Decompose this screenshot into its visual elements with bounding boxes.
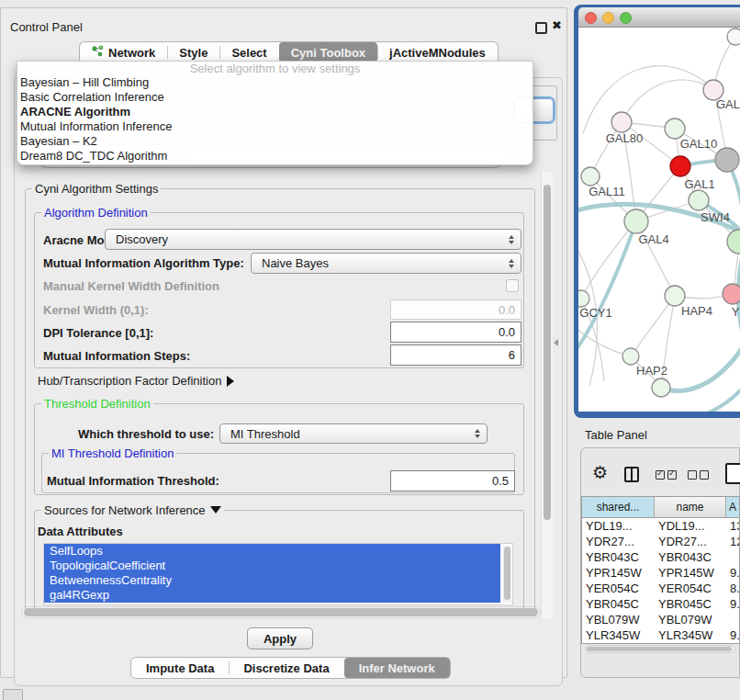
- table-row[interactable]: YBR045C YBR045C 9.: [582, 596, 739, 612]
- network-node-HAP4[interactable]: [665, 286, 685, 306]
- node-label: GAL4: [638, 232, 668, 246]
- panel-splitter-arrow[interactable]: [554, 339, 558, 346]
- control-panel-tabbar: Network Style Select Cyni Toolbox jActiv…: [79, 41, 499, 62]
- tab-select-label: Select: [231, 46, 266, 60]
- cell-name: YIL052C: [655, 643, 726, 644]
- tab-cyni-toolbox[interactable]: Cyni Toolbox: [279, 42, 377, 62]
- tab-style-label: Style: [179, 46, 207, 60]
- tab-infer-network[interactable]: Infer Network: [344, 658, 450, 678]
- sources-group-label[interactable]: Sources for Network Inference: [41, 503, 224, 517]
- network-window-titlebar[interactable]: [578, 7, 740, 28]
- cell-shared-name: YBR045C: [582, 596, 655, 612]
- deselect-all-columns-icon[interactable]: [688, 470, 709, 480]
- table-row[interactable]: YDL19... YDL19... 13: [582, 518, 739, 534]
- cell-shared-name: YBR043C: [582, 549, 655, 565]
- restore-icon[interactable]: [535, 22, 547, 34]
- aracne-mode-combo[interactable]: Discovery: [105, 229, 521, 250]
- tab-jactivemnodules[interactable]: jActiveMNodules: [377, 42, 498, 62]
- mi-type-combo[interactable]: Naive Bayes: [251, 253, 521, 274]
- network-node[interactable]: [652, 378, 670, 397]
- kernel-width-field[interactable]: 0.0: [390, 299, 521, 320]
- scrollbar-thumb[interactable]: [544, 185, 551, 520]
- network-node-GCY1[interactable]: [578, 290, 589, 307]
- attribute-list-item[interactable]: SelfLoops: [44, 544, 500, 559]
- attributes-scrollbar[interactable]: [503, 546, 511, 603]
- corner-grip-button[interactable]: [3, 689, 23, 700]
- network-node-HAP2[interactable]: [622, 348, 639, 365]
- new-table-icon[interactable]: [725, 463, 740, 484]
- cell-name: YLR345W: [655, 627, 726, 643]
- bottom-tabbar: Impute Data Discretize Data Infer Networ…: [130, 657, 451, 679]
- algorithm-popup-item[interactable]: Basic Correlation Inference: [17, 90, 533, 105]
- select-all-columns-icon[interactable]: [656, 470, 677, 480]
- algorithm-popup-item[interactable]: Dream8 DC_TDC Algorithm: [17, 149, 533, 164]
- zoom-traffic-light-icon[interactable]: [620, 12, 632, 24]
- table-row[interactable]: YPR145W YPR145W 9.: [582, 565, 739, 581]
- cell-value: 9: [726, 643, 739, 644]
- kernel-width-label: Kernel Width (0,1):: [43, 303, 149, 317]
- gear-icon[interactable]: ⚙: [592, 462, 608, 482]
- cell-value: [726, 549, 739, 565]
- table-horizontal-scrollbar[interactable]: [585, 645, 735, 653]
- attribute-list-item[interactable]: TopologicalCoefficient: [44, 559, 500, 573]
- dpi-tolerance-field[interactable]: 0.0: [390, 322, 521, 343]
- attribute-list-item[interactable]: BetweennessCentrality: [44, 573, 500, 588]
- tab-impute-data[interactable]: Impute Data: [131, 658, 229, 678]
- network-node-GAL11[interactable]: [581, 167, 600, 186]
- table-row[interactable]: YBR043C YBR043C: [582, 549, 739, 565]
- table-body: YDL19... YDL19... 13 YDR27... YDR27... 1…: [582, 518, 739, 644]
- table-row[interactable]: YDR27... YDR27... 12: [582, 534, 739, 549]
- aracne-mode-value: Discovery: [116, 232, 168, 246]
- which-threshold-combo[interactable]: MI Threshold: [219, 423, 488, 444]
- table-row[interactable]: YIL052C YIL052C 9: [582, 643, 739, 644]
- network-node-Y[interactable]: [723, 284, 740, 304]
- network-node[interactable]: [715, 148, 739, 172]
- column-header-name[interactable]: name: [655, 497, 726, 517]
- table-row[interactable]: YLR345W YLR345W 9.: [582, 627, 739, 643]
- algorithm-popup-item[interactable]: Mutual Information Inference: [17, 119, 533, 134]
- table-row[interactable]: YBL079W YBL079W: [582, 612, 739, 627]
- network-node[interactable]: [727, 230, 740, 254]
- data-attributes-list[interactable]: SelfLoopsTopologicalCoefficientBetweenne…: [43, 543, 513, 605]
- split-columns-icon[interactable]: [624, 467, 639, 482]
- cyni-algorithm-settings-label: Cyni Algorithm Settings: [32, 182, 161, 196]
- scrollbar-thumb[interactable]: [504, 547, 510, 600]
- hub-definition-toggle[interactable]: Hub/Transcription Factor Definition: [38, 374, 234, 388]
- tab-discretize-data[interactable]: Discretize Data: [229, 658, 343, 678]
- table-row[interactable]: YER054C YER054C 8.: [582, 581, 739, 596]
- apply-button[interactable]: Apply: [247, 627, 313, 649]
- settings-vertical-scrollbar[interactable]: [541, 172, 553, 619]
- tab-discretize-data-label: Discretize Data: [243, 661, 329, 675]
- node-table: shared... name A YDL19... YDL19... 13 YD…: [581, 496, 740, 644]
- close-traffic-light-icon[interactable]: [585, 12, 597, 24]
- manual-kernel-checkbox[interactable]: [506, 279, 519, 292]
- algorithm-popup-item[interactable]: Bayesian – K2: [17, 134, 533, 149]
- column-header-shared-name[interactable]: shared...: [582, 497, 655, 517]
- node-label: HAP2: [636, 364, 667, 378]
- network-canvas[interactable]: GALGAL80GAL10GAL1GAL11SWI4GAL4GCY1HAP4YH…: [578, 28, 740, 412]
- tab-cyni-toolbox-label: Cyni Toolbox: [291, 46, 365, 60]
- mi-threshold-group-label: MI Threshold Definition: [49, 446, 176, 460]
- network-node-SWI4[interactable]: [689, 190, 709, 210]
- algorithm-popup-list: Bayesian – Hill ClimbingBasic Correlatio…: [17, 75, 533, 164]
- column-header-cut[interactable]: A: [726, 497, 739, 517]
- close-icon[interactable]: ✖: [552, 18, 562, 32]
- tab-select[interactable]: Select: [219, 42, 278, 62]
- network-node-GAL4[interactable]: [624, 209, 648, 233]
- network-node-GAL1[interactable]: [670, 156, 690, 176]
- network-node-GAL10[interactable]: [665, 119, 685, 139]
- mi-steps-field[interactable]: 6: [390, 344, 521, 366]
- table-panel-toolbar: ⚙: [580, 459, 740, 492]
- algorithm-popup-item[interactable]: ARACNE Algorithm: [17, 105, 533, 119]
- network-node-GAL80[interactable]: [611, 112, 632, 132]
- mi-type-value: Naive Bayes: [262, 256, 329, 270]
- tab-style[interactable]: Style: [167, 42, 219, 62]
- algorithm-popup-item[interactable]: Bayesian – Hill Climbing: [17, 75, 533, 90]
- attribute-list-item[interactable]: gal4RGexp: [44, 588, 500, 603]
- tab-network[interactable]: Network: [80, 42, 167, 62]
- scrollbar-thumb[interactable]: [587, 647, 732, 651]
- hub-definition-label: Hub/Transcription Factor Definition: [38, 374, 221, 388]
- minimize-traffic-light-icon[interactable]: [602, 12, 614, 24]
- mi-threshold-field[interactable]: 0.5: [390, 470, 515, 491]
- network-node[interactable]: [727, 28, 740, 45]
